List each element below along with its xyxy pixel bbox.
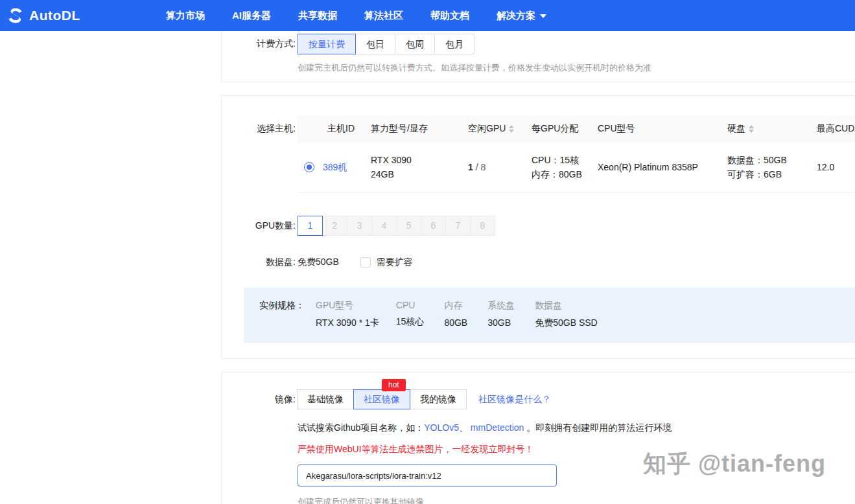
header-cpu-model: CPU型号 xyxy=(592,115,722,143)
host-table-row: 389机 RTX 3090 24GB 1/ 8 CPU：15核 内存：80 xyxy=(298,143,855,192)
data-disk-label: 数据盘: xyxy=(222,257,296,268)
gpu-count-3[interactable]: 3 xyxy=(347,216,372,236)
gpu-count-2[interactable]: 2 xyxy=(322,216,347,236)
gpu-count-options: 1 2 3 4 5 6 7 8 xyxy=(298,216,495,236)
billing-option-monthly[interactable]: 包月 xyxy=(434,34,474,54)
billing-option-weekly[interactable]: 包周 xyxy=(395,34,435,54)
gpu-count-label: GPU数量: xyxy=(222,220,296,232)
nav-menu: 算力市场 AI服务器 共享数据 算法社区 帮助文档 解决方案 xyxy=(166,10,546,22)
host-radio-selected[interactable] xyxy=(304,162,314,172)
host-table-header-row: 主机ID 算力型号/显存 空闲GPU 每GPU分配 CPU型号 硬盘 最高CUD… xyxy=(298,115,855,143)
cell-gpu-model: RTX 3090 24GB xyxy=(366,143,463,192)
yolov5-link[interactable]: YOLOv5 xyxy=(424,422,459,433)
billing-option-payg[interactable]: 按量计费 xyxy=(298,34,356,54)
expand-disk-checkbox-label[interactable]: 需要扩容 xyxy=(377,257,413,268)
autodl-logo-icon xyxy=(6,6,25,25)
cell-free-gpu: 1/ 8 xyxy=(463,143,526,192)
host-table: 主机ID 算力型号/显存 空闲GPU 每GPU分配 CPU型号 硬盘 最高CUD… xyxy=(298,115,855,192)
hot-badge: hot xyxy=(382,379,406,391)
nav-item-algo-community[interactable]: 算法社区 xyxy=(364,10,403,22)
gpu-count-1[interactable]: 1 xyxy=(298,216,323,236)
nav-item-market[interactable]: 算力市场 xyxy=(166,10,205,22)
tab-base-image[interactable]: 基础镜像 xyxy=(297,389,354,409)
instance-spec-panel: 实例规格： GPU型号 RTX 3090 * 1卡 CPU 15核心 内存 80… xyxy=(244,288,855,343)
cell-max-cuda: 12.0 xyxy=(812,143,855,192)
nav-item-shared-data[interactable]: 共享数据 xyxy=(298,10,337,22)
host-label: 选择主机: xyxy=(222,123,296,135)
create-instance-page: 计费方式: 按量计费 包日 包周 包月 创建完主机后仍然可以转换计费方式。如选择… xyxy=(221,31,855,504)
image-label: 镜像: xyxy=(222,394,296,406)
header-free-gpu[interactable]: 空闲GPU xyxy=(463,115,526,143)
gpu-count-8[interactable]: 8 xyxy=(470,216,495,236)
autodl-brand[interactable]: AutoDL xyxy=(6,6,110,25)
host-id-link[interactable]: 389机 xyxy=(323,160,347,174)
gpu-count-5[interactable]: 5 xyxy=(396,216,421,236)
spec-label: 实例规格： xyxy=(259,300,305,312)
host-card: 选择主机: 主机ID 算力型号/显存 空闲GPU 每GPU分配 CPU型号 硬盘 xyxy=(221,95,855,359)
cell-disk: 数据盘：50GB 可扩容：6GB xyxy=(722,143,812,192)
expand-disk-checkbox[interactable] xyxy=(360,257,371,268)
community-image-what-link[interactable]: 社区镜像是什么？ xyxy=(478,394,551,406)
cell-per-gpu: CPU：15核 内存：80GB xyxy=(526,143,592,192)
sort-icon[interactable] xyxy=(749,125,754,133)
spec-system-disk: 系统盘 30GB xyxy=(487,300,515,328)
spec-memory: 内存 80GB xyxy=(444,300,467,328)
image-change-note: 创建完成后仍然可以更换其他镜像 xyxy=(298,496,855,504)
spec-data-disk: 数据盘 免费50GB SSD xyxy=(535,300,597,329)
gpu-count-6[interactable]: 6 xyxy=(421,216,446,236)
header-gpu-model: 算力型号/显存 xyxy=(366,115,463,143)
billing-label: 计费方式: xyxy=(222,38,296,50)
image-search-hint: 试试搜索Github项目名称，如：YOLOv5、 mmDetection 。即刻… xyxy=(298,422,855,434)
tab-my-image[interactable]: 我的镜像 xyxy=(410,389,467,409)
billing-option-daily[interactable]: 包日 xyxy=(355,34,395,54)
top-navbar: AutoDL 算力市场 AI服务器 共享数据 算法社区 帮助文档 解决方案 xyxy=(0,0,855,31)
gpu-count-7[interactable]: 7 xyxy=(445,216,471,236)
tab-community-image[interactable]: 社区镜像 xyxy=(353,389,410,409)
header-host-id: 主机ID xyxy=(298,115,366,143)
spec-cpu: CPU 15核心 xyxy=(396,300,425,328)
nav-item-ai-server[interactable]: AI服务器 xyxy=(232,10,271,22)
chevron-down-icon xyxy=(540,14,546,18)
gpu-count-4[interactable]: 4 xyxy=(371,216,397,236)
brand-name: AutoDL xyxy=(29,8,80,23)
billing-note: 创建完主机后仍然可以转换计费方式。如选择按量计费，价格发生变动以实例开机时的价格… xyxy=(298,62,855,74)
zhihu-watermark: 知乎 @tian-feng xyxy=(643,448,826,480)
data-disk-free-size: 免费50GB xyxy=(298,257,339,268)
header-max-cuda: 最高CUDA xyxy=(812,115,855,143)
nav-item-solutions[interactable]: 解决方案 xyxy=(497,10,546,22)
billing-options: 按量计费 包日 包周 包月 xyxy=(298,34,474,54)
sort-icon[interactable] xyxy=(509,125,514,133)
image-card: 镜像: hot 基础镜像 社区镜像 我的镜像 社区镜像是什么？ 试试搜索Gith… xyxy=(221,372,855,504)
mmdetection-link[interactable]: mmDetection xyxy=(471,422,524,433)
header-disk[interactable]: 硬盘 xyxy=(722,115,812,143)
nav-item-help-docs[interactable]: 帮助文档 xyxy=(430,10,469,22)
image-search-input[interactable] xyxy=(298,464,557,487)
spec-gpu-model: GPU型号 RTX 3090 * 1卡 xyxy=(316,300,379,329)
header-per-gpu: 每GPU分配 xyxy=(526,115,592,143)
cell-cpu-model: Xeon(R) Platinum 8358P xyxy=(592,143,722,192)
image-tabs: hot 基础镜像 社区镜像 我的镜像 xyxy=(298,389,467,409)
billing-card: 计费方式: 按量计费 包日 包周 包月 创建完主机后仍然可以转换计费方式。如选择… xyxy=(221,31,855,82)
